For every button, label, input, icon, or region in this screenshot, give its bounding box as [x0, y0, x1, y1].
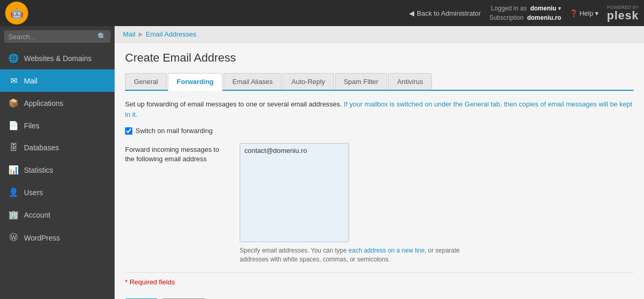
sidebar-item-applications[interactable]: 📦 Applications: [0, 92, 115, 114]
forward-to-control: Specify email addresses. You can type ea…: [240, 143, 634, 264]
sidebar-item-mail[interactable]: ✉ Mail: [0, 69, 115, 92]
tab-antivirus[interactable]: Antivirus: [388, 73, 432, 90]
logged-in-block: Logged in as domeniu ▾ Subscription dome…: [489, 4, 561, 22]
username-dropdown-icon[interactable]: ▾: [558, 5, 561, 12]
account-icon: 🏢: [8, 210, 19, 220]
username-label: domeniu: [530, 5, 556, 12]
mail-icon: ✉: [8, 76, 19, 86]
search-icon: 🔍: [97, 32, 106, 41]
info-text: Set up forwarding of email messages to o…: [125, 99, 634, 119]
help-button[interactable]: ❓ Help ▾: [569, 9, 599, 17]
users-icon: 👤: [8, 187, 19, 197]
topbar: 🤖 ◀ Back to Administrator Logged in as d…: [0, 0, 644, 26]
sidebar-item-databases[interactable]: 🗄 Databases: [0, 137, 115, 159]
hint-text: Specify email addresses. You can type ea…: [240, 246, 469, 264]
topbar-right: ◀ Back to Administrator Logged in as dom…: [409, 4, 639, 22]
tab-forwarding[interactable]: Forwarding: [168, 73, 222, 91]
statistics-icon: 📊: [8, 165, 19, 175]
tab-auto-reply[interactable]: Auto-Reply: [282, 73, 333, 90]
help-dropdown-icon: ▾: [595, 9, 599, 17]
sidebar-item-files[interactable]: 📄 Files: [0, 114, 115, 137]
tab-general[interactable]: General: [125, 73, 167, 90]
page-content: Create Email Address General Forwarding …: [115, 43, 644, 299]
globe-icon: 🌐: [8, 53, 19, 63]
applications-icon: 📦: [8, 98, 19, 108]
section-divider: [125, 272, 634, 273]
forward-to-row: Forward incoming messages to the followi…: [125, 143, 634, 264]
sidebar-item-wordpress[interactable]: Ⓦ WordPress: [0, 226, 115, 249]
forward-to-label: Forward incoming messages to the followi…: [125, 143, 229, 264]
back-to-admin-button[interactable]: ◀ Back to Administrator: [409, 9, 481, 17]
databases-icon: 🗄: [8, 143, 19, 152]
tabs-bar: General Forwarding Email Aliases Auto-Re…: [125, 73, 634, 91]
sidebar-item-statistics[interactable]: 📊 Statistics: [0, 159, 115, 181]
search-input[interactable]: [8, 33, 97, 41]
sidebar-item-websites-domains[interactable]: 🌐 Websites & Domains: [0, 47, 115, 69]
sidebar-item-users[interactable]: 👤 Users: [0, 181, 115, 204]
plesk-brand: POWERED BY plesk: [607, 5, 639, 22]
switch-forwarding-row: Switch on mail forwarding: [125, 127, 634, 135]
tab-email-aliases[interactable]: Email Aliases: [224, 73, 281, 90]
search-box[interactable]: 🔍: [4, 30, 110, 43]
help-icon: ❓: [569, 9, 578, 17]
switch-forwarding-label: Switch on mail forwarding: [135, 127, 213, 135]
required-note: * Required fields: [125, 278, 634, 286]
arrow-left-icon: ◀: [409, 9, 414, 17]
switch-forwarding-checkbox[interactable]: [125, 127, 132, 135]
app-logo: 🤖: [5, 2, 28, 25]
wordpress-icon: Ⓦ: [8, 232, 19, 243]
breadcrumb-separator: ▶: [139, 31, 143, 38]
main-content: Mail ▶ Email Addresses Create Email Addr…: [115, 26, 644, 299]
files-icon: 📄: [8, 121, 19, 130]
tab-spam-filter[interactable]: Spam Filter: [335, 73, 387, 90]
subscription-value: domeniu.ro: [527, 14, 561, 21]
breadcrumb: Mail ▶ Email Addresses: [115, 26, 644, 43]
email-addresses-textarea[interactable]: [240, 143, 349, 242]
breadcrumb-mail[interactable]: Mail: [123, 30, 135, 38]
action-buttons: OK Cancel: [125, 293, 634, 299]
page-title: Create Email Address: [125, 51, 634, 65]
sidebar: 🔍 🌐 Websites & Domains ✉ Mail 📦 Applicat…: [0, 26, 115, 299]
breadcrumb-email-addresses[interactable]: Email Addresses: [146, 30, 196, 38]
sidebar-item-account[interactable]: 🏢 Account: [0, 204, 115, 226]
layout: 🔍 🌐 Websites & Domains ✉ Mail 📦 Applicat…: [0, 26, 644, 299]
logo-icon: 🤖: [10, 7, 23, 19]
